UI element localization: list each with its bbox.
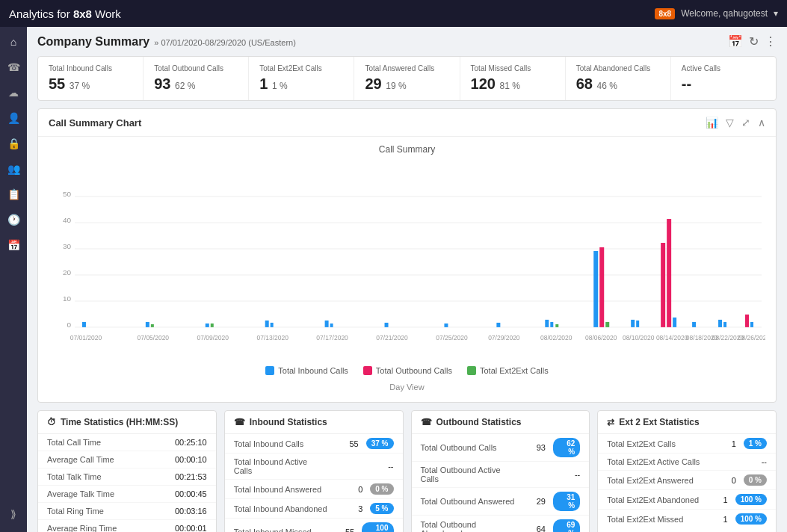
svg-rect-43 — [599, 247, 604, 327]
svg-text:08/14/2020: 08/14/2020 — [656, 334, 688, 341]
card-value: -- — [682, 75, 765, 93]
sidebar-item-calls[interactable]: ☎ — [1, 55, 25, 79]
time-stats-box: ⏱ Time Statistics (HH:MM:SS) Total Call … — [37, 410, 217, 532]
svg-text:50: 50 — [63, 190, 72, 198]
svg-rect-28 — [146, 322, 149, 327]
ext-stats-table: Total Ext2Ext Calls 1 1 % Total Ext2Ext … — [598, 434, 776, 528]
svg-rect-49 — [673, 318, 676, 327]
legend-ext2ext-color — [467, 366, 476, 375]
chart-body: Call Summary 0 10 20 30 40 50 — [38, 137, 776, 402]
brand-name: 8x8 — [73, 7, 92, 20]
legend-outbound-label: Total Outbound Calls — [376, 366, 452, 375]
chart-footer: Day View — [49, 380, 765, 398]
svg-rect-35 — [330, 324, 333, 327]
svg-text:08/02/2020: 08/02/2020 — [540, 334, 572, 341]
svg-rect-29 — [151, 324, 154, 327]
svg-rect-50 — [692, 322, 696, 327]
inbound-stats-box: ☎ Inbound Statistics Total Inbound Calls… — [224, 410, 404, 532]
table-row: Total Ext2Ext Answered 0 0 % — [598, 471, 776, 490]
ext-stats-box: ⇄ Ext 2 Ext Statistics Total Ext2Ext Cal… — [597, 410, 777, 532]
page-header: Company Summary » 07/01/2020-08/29/2020 … — [37, 34, 777, 49]
sidebar-item-security[interactable]: 🔒 — [1, 132, 25, 155]
chart-filter-icon[interactable]: ▽ — [726, 117, 734, 129]
table-row: Total Inbound Calls 55 37 % — [225, 434, 403, 454]
svg-rect-42 — [593, 251, 598, 327]
sidebar-item-more[interactable]: ⟫ — [1, 502, 25, 526]
svg-text:07/13/2020: 07/13/2020 — [256, 334, 288, 341]
card-label: Total Inbound Calls — [49, 64, 132, 72]
chart-header-icons: 📊 ▽ ⤢ ∧ — [706, 117, 765, 129]
chart-collapse-icon[interactable]: ∧ — [758, 117, 765, 129]
sidebar-item-time[interactable]: 🕐 — [1, 208, 25, 232]
table-row: Average Ring Time00:00:01 — [38, 520, 216, 533]
page-header-actions: 📅 ↻ ⋮ — [728, 34, 777, 49]
svg-rect-53 — [745, 315, 749, 327]
legend-outbound-color — [363, 366, 372, 375]
svg-text:07/09/2020: 07/09/2020 — [197, 334, 229, 341]
card-value: 29 19 % — [365, 75, 448, 93]
svg-rect-46 — [636, 321, 639, 327]
sidebar-item-reports[interactable]: 📋 — [1, 182, 25, 206]
card-total-outbound: Total Outbound Calls 93 62 % — [143, 57, 249, 100]
table-row: Total Ext2Ext Missed 1 100 % — [598, 510, 776, 529]
svg-text:10: 10 — [63, 294, 72, 303]
svg-text:30: 30 — [63, 242, 72, 250]
card-value: 1 1 % — [259, 75, 343, 93]
table-row: Total Call Time00:25:10 — [38, 434, 216, 451]
inbound-icon: ☎ — [234, 417, 245, 427]
card-label: Total Ext2Ext Calls — [259, 64, 343, 72]
chart-header: Call Summary Chart 📊 ▽ ⤢ ∧ — [38, 109, 776, 137]
sidebar-item-cloud[interactable]: ☁ — [1, 81, 25, 105]
card-abandoned: Total Abandoned Calls 68 46 % — [566, 57, 671, 100]
svg-rect-37 — [444, 324, 448, 327]
chart-expand-icon[interactable]: ⤢ — [741, 117, 750, 129]
svg-text:0: 0 — [67, 321, 71, 329]
sidebar-item-users[interactable]: 👥 — [1, 157, 25, 181]
table-row: Total Outbound Answered 29 31 % — [412, 488, 590, 516]
svg-rect-40 — [550, 322, 553, 327]
svg-rect-27 — [82, 322, 86, 327]
table-row: Total Talk Time00:21:53 — [38, 468, 216, 486]
card-value: 93 62 % — [154, 75, 238, 93]
svg-rect-34 — [325, 321, 329, 327]
page-title: Company Summary — [37, 35, 149, 49]
chart-bar-icon[interactable]: 📊 — [706, 117, 718, 129]
table-row: Total Inbound Active Calls -- — [225, 454, 403, 480]
card-missed: Total Missed Calls 120 81 % — [460, 57, 566, 100]
svg-text:07/21/2020: 07/21/2020 — [376, 334, 408, 341]
calendar-icon[interactable]: 📅 — [728, 34, 743, 49]
card-label: Total Missed Calls — [471, 64, 555, 72]
card-value: 120 81 % — [471, 75, 555, 93]
ext-icon: ⇄ — [607, 417, 614, 427]
table-row: Total Outbound Abandoned 64 69 % — [412, 516, 590, 533]
svg-text:08/26/2020: 08/26/2020 — [738, 334, 765, 341]
main-content: Company Summary » 07/01/2020-08/29/2020 … — [27, 27, 787, 532]
summary-cards: Total Inbound Calls 55 37 % Total Outbou… — [37, 56, 777, 101]
inbound-stats-table: Total Inbound Calls 55 37 % Total Inboun… — [225, 434, 403, 532]
topbar-title: Analytics for 8x8 Work — [9, 7, 121, 20]
more-options-icon[interactable]: ⋮ — [765, 34, 777, 49]
chart-legend: Total Inbound Calls Total Outbound Calls… — [49, 362, 765, 380]
card-answered: Total Answered Calls 29 19 % — [354, 57, 460, 100]
topbar-dropdown-icon[interactable]: ▾ — [774, 8, 778, 19]
svg-rect-52 — [723, 322, 726, 327]
svg-rect-41 — [555, 324, 558, 327]
stats-row: ⏱ Time Statistics (HH:MM:SS) Total Call … — [37, 410, 777, 532]
table-row: Total Inbound Answered 0 0 % — [225, 480, 403, 499]
inbound-stats-header: ☎ Inbound Statistics — [225, 411, 403, 434]
ext-stats-header: ⇄ Ext 2 Ext Statistics — [598, 411, 776, 434]
table-row: Total Inbound Missed 55 100 % — [225, 519, 403, 533]
sidebar-item-user[interactable]: 👤 — [1, 106, 25, 130]
table-row: Average Talk Time00:00:45 — [38, 486, 216, 503]
legend-ext2ext: Total Ext2Ext Calls — [467, 366, 549, 375]
svg-rect-48 — [667, 219, 671, 327]
time-stats-table: Total Call Time00:25:10 Average Call Tim… — [38, 434, 216, 532]
sidebar-item-calendar[interactable]: 📅 — [1, 233, 25, 257]
table-row: Total Ext2Ext Calls 1 1 % — [598, 434, 776, 454]
topbar-badge: 8x8 — [655, 8, 675, 19]
sidebar-item-home[interactable]: ⌂ — [1, 30, 25, 54]
card-value: 55 37 % — [49, 75, 132, 93]
refresh-icon[interactable]: ↻ — [749, 34, 759, 49]
svg-text:07/25/2020: 07/25/2020 — [436, 334, 468, 341]
time-stats-header: ⏱ Time Statistics (HH:MM:SS) — [38, 411, 216, 434]
